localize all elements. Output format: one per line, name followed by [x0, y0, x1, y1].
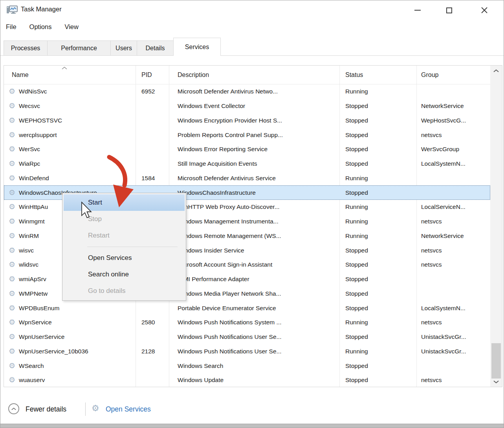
close-button[interactable]: [472, 0, 497, 20]
cell-description: Windows Encryption Provider Host S...: [169, 117, 339, 124]
cell-description: Microsoft Defender Antivirus Service: [169, 175, 339, 182]
scroll-up-button[interactable]: [490, 66, 502, 76]
cell-group: LocalSystemN...: [416, 305, 490, 312]
cell-description: Portable Device Enumerator Service: [169, 305, 339, 312]
cell-group: netsvcs: [416, 261, 490, 268]
service-row-wpnservice[interactable]: WpnService2580Windows Push Notifications…: [4, 315, 490, 330]
context-menu-item-open-services[interactable]: Open Services: [64, 250, 185, 266]
tab-services[interactable]: Services: [173, 38, 221, 56]
cell-description: Windows Insider Service: [169, 247, 339, 254]
service-row-wpdbusenum[interactable]: WPDBusEnumPortable Device Enumerator Ser…: [4, 301, 490, 315]
cell-pid: 2128: [136, 348, 169, 355]
cell-name: WpnUserService_10b036: [4, 347, 136, 356]
column-header-status[interactable]: Status: [339, 66, 416, 84]
cell-name: WiaRpc: [4, 159, 136, 168]
open-services-link[interactable]: Open Services: [106, 405, 151, 413]
table-header: Name PID Description Status Group: [4, 66, 490, 84]
service-gear-icon: [9, 275, 19, 283]
service-name: wisvc: [19, 247, 34, 254]
cell-description: Windows Search: [169, 362, 339, 369]
service-name: wercplsupport: [19, 132, 57, 139]
minimize-icon: [414, 10, 421, 11]
cell-name: Wecsvc: [4, 102, 136, 110]
context-menu: StartStopRestartOpen ServicesSearch onli…: [62, 193, 186, 301]
cell-group: UnistackSvcGr...: [416, 333, 490, 340]
menu-file[interactable]: File: [6, 23, 16, 31]
service-gear-icon: [9, 304, 19, 312]
cell-group: netsvcs: [416, 377, 490, 384]
service-row-windefend[interactable]: WinDefend1584Microsoft Defender Antiviru…: [4, 171, 490, 186]
maximize-button[interactable]: [437, 0, 461, 20]
service-row-wecsvc[interactable]: WecsvcWindows Event CollectorStoppedNetw…: [4, 99, 490, 113]
cell-name: WpnUserService: [4, 333, 136, 341]
cell-name: WEPHOSTSVC: [4, 116, 136, 125]
chevron-up-icon: [493, 69, 499, 73]
service-name: WiaRpc: [19, 160, 40, 167]
service-name: WMPNetw: [19, 290, 48, 297]
service-row-wercplsupport[interactable]: wercplsupportProblem Reports Control Pan…: [4, 128, 490, 142]
service-gear-icon: [9, 333, 19, 341]
tab-details[interactable]: Details: [137, 40, 174, 56]
chevron-down-icon: [493, 380, 499, 384]
fewer-details-button[interactable]: Fewer details: [26, 405, 66, 413]
column-header-group[interactable]: Group: [416, 66, 490, 84]
cell-name: WinDefend: [4, 174, 136, 183]
service-row-wdnissvc[interactable]: WdNisSvc6952Microsoft Defender Antivirus…: [4, 84, 490, 99]
cell-description: WindowsChaosInfrastructure: [169, 189, 339, 196]
service-row-wiarpc[interactable]: WiaRpcStill Image Acquisition EventsStop…: [4, 157, 490, 171]
service-name: Winmgmt: [19, 218, 44, 225]
vertical-scrollbar[interactable]: [490, 66, 502, 387]
context-menu-item-search-online[interactable]: Search online: [64, 266, 185, 283]
menu-separator: [87, 247, 178, 247]
tab-users[interactable]: Users: [110, 40, 137, 56]
close-icon: [481, 7, 488, 14]
context-menu-item-go-to-details: Go to details: [64, 283, 185, 299]
service-gear-icon: [9, 246, 19, 254]
window-title: Task Manager: [21, 5, 62, 13]
service-gear-icon: [9, 260, 19, 269]
minimize-button[interactable]: [405, 0, 430, 20]
service-gear-icon: [9, 203, 19, 211]
cell-status: Running: [339, 319, 416, 326]
service-gear-icon: [9, 289, 19, 298]
tab-processes[interactable]: Processes: [4, 40, 48, 56]
service-row-wuauserv[interactable]: wuauservWindows UpdateStoppednetsvcs: [4, 373, 490, 387]
menu-options[interactable]: Options: [29, 23, 52, 31]
menu-view[interactable]: View: [64, 23, 78, 31]
service-row-wpnuserservice[interactable]: WpnUserServiceWindows Push Notifications…: [4, 330, 490, 344]
footer-bar: Fewer details Open Services: [0, 397, 504, 423]
service-gear-icon: [9, 318, 19, 326]
cell-status: Running: [339, 232, 416, 240]
service-name: WinHttpAu: [19, 203, 48, 210]
service-gear-icon: [9, 145, 19, 153]
cell-description: Windows Push Notifications System ...: [169, 319, 339, 326]
column-header-name[interactable]: Name: [4, 66, 136, 84]
context-menu-item-restart: Restart: [64, 227, 185, 244]
service-row-wersvc[interactable]: WerSvcWindows Error Reporting ServiceSto…: [4, 142, 490, 157]
service-row-wephostsvc[interactable]: WEPHOSTSVCWindows Encryption Provider Ho…: [4, 113, 490, 128]
title-bar: Task Manager: [0, 0, 504, 20]
column-header-description[interactable]: Description: [169, 66, 339, 84]
cell-status: Stopped: [339, 189, 416, 196]
cell-status: Stopped: [339, 333, 416, 340]
services-gear-icon: [92, 403, 99, 413]
cell-name: wuauserv: [4, 376, 136, 384]
cell-description: Windows Event Collector: [169, 102, 339, 110]
service-row-wsearch[interactable]: WSearchWindows SearchStopped: [4, 358, 490, 373]
service-gear-icon: [9, 347, 19, 355]
column-header-pid[interactable]: PID: [136, 66, 169, 84]
service-name: WpnService: [19, 319, 52, 326]
service-gear-icon: [9, 116, 19, 124]
cell-status: Stopped: [339, 117, 416, 124]
context-menu-item-start[interactable]: Start: [64, 194, 185, 211]
scroll-down-button[interactable]: [490, 377, 502, 387]
service-name: WinDefend: [19, 175, 49, 182]
service-name: WpnUserService_10b036: [19, 348, 88, 355]
cell-status: Stopped: [339, 146, 416, 153]
task-manager-icon: [6, 4, 18, 16]
service-row-wpnuserservice-10b036[interactable]: WpnUserService_10b0362128Windows Push No…: [4, 344, 490, 359]
scrollbar-thumb[interactable]: [491, 343, 501, 379]
tab-performance[interactable]: Performance: [47, 40, 111, 56]
service-gear-icon: [9, 131, 19, 139]
context-menu-item-stop: Stop: [64, 211, 185, 227]
